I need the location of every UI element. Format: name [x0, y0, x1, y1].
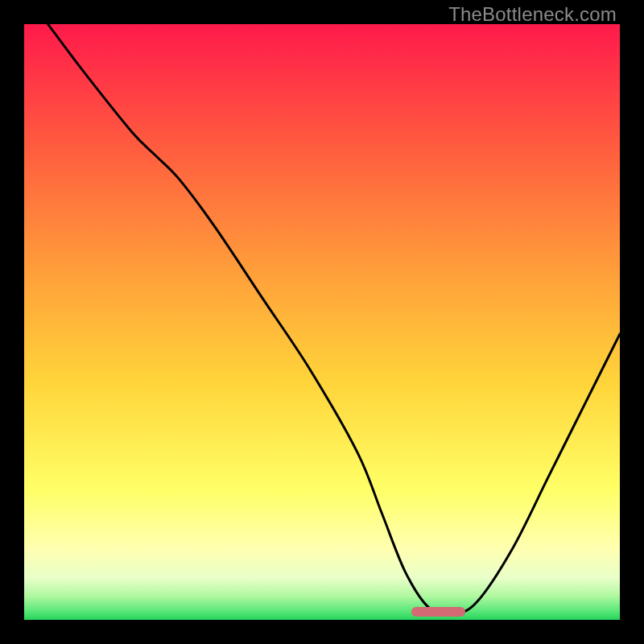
svg-rect-0 [24, 24, 620, 620]
gradient-background [24, 24, 620, 620]
optimal-range-marker [411, 607, 465, 617]
plot-frame [24, 24, 620, 620]
watermark-label: TheBottleneck.com [448, 3, 617, 26]
